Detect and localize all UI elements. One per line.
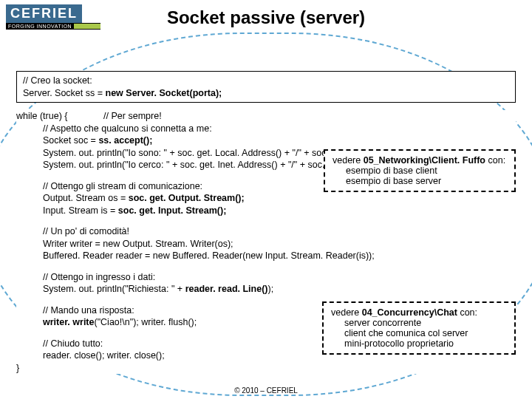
callout-item: client che comunica col server	[331, 328, 507, 338]
callout-item: esempio di base server	[332, 176, 507, 186]
callout-item: esempio di base client	[332, 166, 507, 176]
code-line: // Un po' di comodità!	[43, 225, 516, 238]
footer-copyright: © 2010 – CEFRIEL	[0, 386, 532, 395]
code-line: System. out. println("Richiesta: " + rea…	[43, 283, 516, 296]
code-line: Buffered. Reader reader = new Buffered. …	[43, 250, 516, 262]
code-box-top: // Creo la socket: Server. Socket ss = n…	[16, 71, 516, 103]
callout-title: vedere 05_Networking\Client. Fuffo con:	[332, 155, 507, 166]
callout-concurrency: vedere 04_Concurrency\Chat con: server c…	[322, 301, 516, 355]
logo: CEFRIEL FORGING INNOVATION	[6, 4, 100, 31]
code-line: }	[16, 362, 516, 375]
code-line: // Ottengo in ingresso i dati:	[43, 271, 516, 284]
code-line: // Aspetto che qualcuno si connetta a me…	[43, 123, 516, 135]
code-line: Output. Stream os = soc. get. Output. St…	[43, 192, 516, 205]
logo-main: CEFRIEL	[6, 4, 82, 23]
callout-item: mini-protocollo proprietario	[331, 338, 507, 349]
code-line: Server. Socket ss = new Server. Socket(p…	[23, 87, 509, 100]
code-line: while (true) { // Per sempre!	[16, 110, 516, 123]
callout-networking: vedere 05_Networking\Client. Fuffo con: …	[324, 149, 516, 192]
code-line: Input. Stream is = soc. get. Input. Stre…	[43, 205, 516, 217]
logo-sub: FORGING INNOVATION	[6, 23, 100, 30]
callout-item: server concorrente	[331, 318, 507, 328]
code-line: Socket soc = ss. accept();	[43, 134, 516, 147]
code-line: // Creo la socket:	[23, 75, 509, 87]
code-line: Writer writer = new Output. Stream. Writ…	[43, 238, 516, 250]
callout-title: vedere 04_Concurrency\Chat con:	[331, 307, 507, 318]
